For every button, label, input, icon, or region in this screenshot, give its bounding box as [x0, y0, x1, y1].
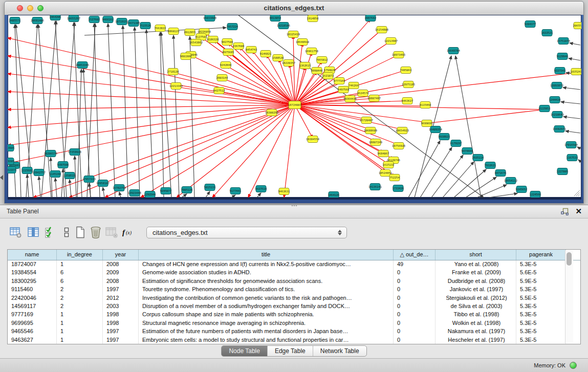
- graph-node[interactable]: 19654923: [396, 127, 409, 134]
- graph-node[interactable]: 1835241: [571, 69, 581, 75]
- graph-node[interactable]: 18300295: [265, 110, 278, 116]
- graph-node[interactable]: 7857224: [227, 24, 238, 30]
- graph-node[interactable]: 16543862: [189, 39, 203, 46]
- graph-node[interactable]: 9397588: [57, 162, 69, 168]
- graph-node[interactable]: 10688609: [364, 127, 377, 134]
- table-cell[interactable]: 2: [57, 302, 103, 311]
- citation-edge-black[interactable]: [561, 102, 580, 104]
- table-cell[interactable]: 9115460: [8, 286, 57, 294]
- citation-edge-black[interactable]: [70, 180, 71, 198]
- graph-node[interactable]: 9177441: [230, 188, 242, 194]
- graph-node[interactable]: 10958107: [96, 180, 110, 187]
- column-header-pagerank[interactable]: pagerank: [516, 250, 566, 260]
- graph-node[interactable]: 19756928: [392, 143, 405, 149]
- citation-edge-black[interactable]: [14, 169, 16, 198]
- table-cell[interactable]: Embryonic stem cells: a model to study s…: [139, 336, 394, 344]
- graph-node[interactable]: 2803144: [216, 75, 228, 81]
- graph-node[interactable]: 12975185: [402, 81, 415, 88]
- citation-edge-red[interactable]: [295, 105, 366, 119]
- graph-node[interactable]: 10655297: [67, 15, 80, 22]
- citation-edge-black[interactable]: [563, 87, 580, 90]
- graph-node[interactable]: 7955812: [316, 57, 328, 63]
- graph-hub-node[interactable]: 18724007: [288, 101, 301, 109]
- table-cell[interactable]: 9463627: [8, 336, 57, 344]
- graph-node[interactable]: 8813054: [270, 15, 281, 21]
- citation-edge-black[interactable]: [146, 30, 154, 198]
- citation-edge-black[interactable]: [455, 56, 481, 198]
- graph-node[interactable]: 10807487: [367, 95, 381, 102]
- table-cell[interactable]: 2009: [103, 269, 139, 277]
- table-cell[interactable]: Jankovic et al. (1997): [435, 286, 516, 294]
- citation-edge-red[interactable]: [212, 105, 295, 198]
- graph-node[interactable]: 19384554: [306, 136, 319, 143]
- table-cell[interactable]: 9465546: [8, 327, 57, 336]
- panel-collapse-arrow[interactable]: [0, 175, 3, 180]
- window-titlebar[interactable]: citations_edges.txt: [5, 2, 583, 15]
- table-cell[interactable]: Hescheler et al. (1997): [435, 336, 516, 344]
- graph-node[interactable]: 18220357: [282, 60, 295, 67]
- citation-edge-black[interactable]: [39, 177, 40, 198]
- splitter-handle[interactable]: [291, 205, 298, 207]
- table-cell[interactable]: 5.3E-5: [516, 286, 566, 294]
- column-header-short[interactable]: short: [435, 250, 516, 260]
- table-cell[interactable]: 49: [394, 260, 435, 269]
- citation-edge-black[interactable]: [570, 43, 580, 45]
- citation-edge-black[interactable]: [563, 117, 580, 119]
- table-cell[interactable]: Nakamura et al. (1997): [435, 327, 516, 336]
- citation-edge-black[interactable]: [431, 155, 463, 198]
- table-settings-icon[interactable]: [9, 226, 23, 239]
- table-cell[interactable]: 0: [394, 286, 435, 294]
- vertical-scrollbar[interactable]: [565, 250, 573, 343]
- graph-node[interactable]: 10654112: [504, 178, 517, 184]
- graph-node[interactable]: 20364436: [343, 96, 357, 102]
- table-cell[interactable]: 1997: [103, 336, 139, 344]
- graph-node[interactable]: 18325419: [287, 31, 300, 38]
- table-cell[interactable]: 6: [57, 269, 103, 277]
- graph-node[interactable]: 9245077: [160, 188, 172, 194]
- table-cell[interactable]: Genome-wide association studies in ADHD.: [139, 269, 394, 277]
- graph-node[interactable]: 13942757: [32, 169, 46, 176]
- graph-node[interactable]: 2367608: [233, 43, 245, 50]
- graph-node[interactable]: 9801986: [180, 53, 192, 60]
- table-cell[interactable]: 0: [394, 277, 435, 286]
- table-cell[interactable]: 14569117: [8, 302, 57, 311]
- table-cell[interactable]: Estimation of the future numbers of pati…: [139, 327, 394, 336]
- table-cell[interactable]: 5.3E-5: [516, 302, 566, 311]
- table-cell[interactable]: 22420046: [8, 294, 57, 302]
- graph-node[interactable]: 10973493: [392, 52, 405, 58]
- new-column-icon[interactable]: [74, 226, 87, 239]
- citation-edge-black[interactable]: [231, 195, 235, 198]
- citation-edge-black[interactable]: [94, 24, 100, 198]
- graph-node[interactable]: 9463631: [278, 188, 290, 195]
- table-row[interactable]: 1456911722003Disruption of a novel membe…: [8, 302, 580, 311]
- table-cell[interactable]: Tourette syndrome. Phenomenology and cla…: [139, 286, 394, 294]
- graph-node[interactable]: 8912955: [184, 29, 196, 36]
- table-cell[interactable]: 0: [394, 302, 435, 311]
- table-cell[interactable]: 5.3E-5: [516, 319, 566, 327]
- graph-node[interactable]: 17957223: [82, 176, 96, 183]
- graph-node[interactable]: 2087682: [365, 15, 377, 21]
- graph-node[interactable]: 16033809: [203, 15, 216, 21]
- table-cell[interactable]: Corpus callosum shape and size in male p…: [139, 311, 394, 319]
- table-row[interactable]: 2242004622012Investigating the contribut…: [8, 294, 580, 302]
- table-cell[interactable]: de Silva et al. (2003): [435, 302, 516, 311]
- table-cell[interactable]: Changes of HCN gene expression and I(f) …: [139, 260, 394, 269]
- delete-column-icon[interactable]: [89, 226, 102, 239]
- graph-node[interactable]: 7485063: [400, 67, 412, 74]
- graph-node[interactable]: 9474444: [462, 148, 473, 155]
- graph-node[interactable]: 12093872: [550, 82, 563, 89]
- graph-node[interactable]: 9146821: [260, 51, 272, 57]
- graph-node[interactable]: 8471676: [495, 170, 507, 177]
- citation-edge-black[interactable]: [489, 193, 517, 198]
- column-header-year[interactable]: year: [103, 250, 139, 260]
- table-selector-dropdown[interactable]: citations_edges.txt: [146, 227, 347, 238]
- graph-node[interactable]: 17016504: [564, 142, 578, 148]
- table-cell[interactable]: 9699695: [8, 319, 57, 327]
- graph-node[interactable]: 9115460: [420, 102, 431, 108]
- tab-node-table[interactable]: Node Table: [222, 346, 268, 356]
- graph-node[interactable]: 9204377: [525, 21, 536, 28]
- column-header-title[interactable]: title: [139, 250, 394, 260]
- graph-node[interactable]: 12923448: [128, 190, 141, 196]
- table-row[interactable]: 946362711997Embryonic stem cells: a mode…: [8, 336, 580, 344]
- table-cell[interactable]: 0: [394, 311, 435, 319]
